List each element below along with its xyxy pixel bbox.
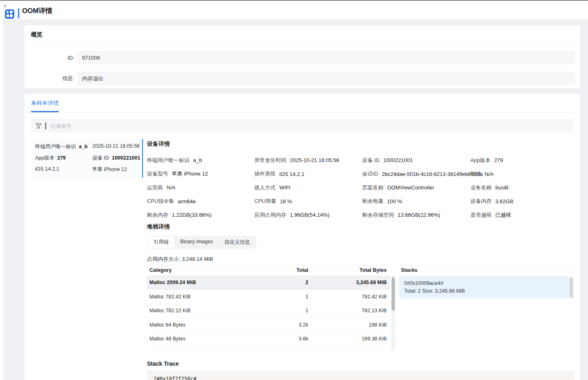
stack-trace-line: 2#0x18f7f258c# — [154, 376, 568, 380]
device-field: 设备内存3.62GB — [470, 195, 575, 209]
device-field: 终端用户唯一标识a_b — [147, 153, 254, 167]
sample-time: 2025-10-21 16:05:56 — [92, 143, 142, 150]
device-field: CPU用量16 % — [254, 195, 362, 209]
table-row[interactable]: Malloc 64 Bytes 3.2k 198 KiB — [147, 318, 390, 332]
filter-input[interactable] — [50, 123, 569, 129]
device-field: 异常发生时间2025-10-21 16:05:56 — [254, 153, 362, 167]
stack-detail-title: 堆栈详情 — [147, 223, 575, 231]
close-icon[interactable]: ✕ — [3, 4, 7, 9]
device-field: CPU指令集arm64e — [147, 195, 254, 209]
collapsed-side-panel — [0, 0, 4, 380]
id-value-field[interactable]: 971008 — [77, 51, 575, 64]
device-field: App版本279 — [470, 153, 575, 167]
sample-body: 终端用户唯一标识 a_b 2025-10-21 16:05:56 App版本 2… — [24, 139, 580, 380]
sample-list-item-selected[interactable]: 终端用户唯一标识 a_b 2025-10-21 16:05:56 App版本 2… — [31, 139, 143, 178]
device-field: 接入方式WIFI — [254, 181, 362, 195]
tab-reference-chain[interactable]: 引用链 — [148, 237, 175, 248]
id-label: ID: — [31, 55, 74, 61]
col-total-bytes: Total Bytes — [308, 267, 390, 273]
filter-divider — [45, 122, 46, 129]
device-field: 剩余存储空间13.66GB(22.96%) — [362, 208, 470, 222]
stack-table-area: Category Total Total Bytes Malloc 2009.2… — [147, 265, 575, 351]
detail-pane: 设备详情 终端用户唯一标识a_b 异常发生时间2025-10-21 16:05:… — [147, 139, 575, 380]
device-detail-title: 设备详情 — [147, 140, 575, 149]
sample-device-id: 设备 ID 1000221001 — [92, 155, 142, 162]
filter-bar[interactable] — [31, 119, 573, 132]
device-field: 业务名称busiB — [470, 181, 575, 195]
stacks-list: 0#0x10009ace4# Total: 2 Size: 3,245.68 M… — [399, 276, 575, 298]
message-label: 信息: — [31, 75, 74, 82]
table-row[interactable]: Malloc 2009.24 MiB 2 3,245.68 MiB — [147, 276, 390, 290]
window-top-border — [0, 0, 588, 1]
sample-model: 苹果 iPhone 12 — [92, 166, 142, 173]
table-row[interactable]: Malloc 48 Bytes 3.6k 169.36 KiB — [147, 332, 390, 347]
table-row[interactable]: Malloc 782.42 KiB 1 782.42 KiB — [147, 290, 390, 304]
category-table: Category Total Total Bytes Malloc 2009.2… — [147, 265, 390, 347]
stack-tabs: 引用链 Binary Images 自定义信息 — [147, 236, 256, 249]
table-row[interactable]: Malloc 782.12 KiB 1 782.13 KiB — [147, 304, 390, 318]
page-title: OOM详情 — [22, 6, 53, 16]
device-field: 会话ID2bc24dae-501b-4c16-8213-38149eb8032a — [362, 167, 470, 181]
filter-funnel-icon — [36, 123, 42, 129]
stack-address: 0#0x10009ace4# — [404, 280, 564, 287]
table-scrollbar-track[interactable] — [391, 276, 395, 351]
sample-os: iOS 14.2.1 — [35, 166, 92, 173]
device-field: 操作系统iOS 14.2.1 — [254, 167, 362, 181]
sample-detail-card: 单样本详情 终端用户唯一标识 a_b 2025-10-21 16:05:56 A… — [24, 94, 580, 380]
overview-field-message: 信息: 内存溢出 — [31, 72, 575, 85]
overview-card: 概览 ID: 971008 信息: 内存溢出 — [24, 25, 580, 88]
stacks-scrollbar-thumb[interactable] — [569, 277, 573, 298]
table-scrollbar-thumb[interactable] — [392, 277, 395, 311]
tab-bar: 单样本详情 — [24, 94, 580, 113]
stack-item-selected[interactable]: 0#0x10009ace4# Total: 2 Size: 3,245.68 M… — [399, 276, 569, 298]
device-field: 剩余电量100 % — [362, 195, 470, 209]
device-field: 地域N/A — [470, 167, 575, 181]
device-field: 页面名称OOMViewController — [362, 181, 470, 195]
tab-binary-images[interactable]: Binary Images — [175, 237, 219, 248]
stacks-panel-title: Stacks — [399, 265, 575, 276]
device-field: 应用占用内存1.96GB(54.14%) — [254, 208, 362, 222]
stack-trace-block[interactable]: 2#0x18f7f258c# 1#0x1803318a0# — [147, 371, 575, 380]
stacks-panel: Stacks 0#0x10009ace4# Total: 2 Size: 3,2… — [399, 265, 575, 298]
stack-summary: Total: 2 Size: 3,245.68 MiB — [404, 287, 564, 295]
device-field: 运营商N/A — [147, 181, 254, 195]
col-category: Category — [147, 267, 247, 273]
device-field: 设备型号苹果 iPhone 12 — [147, 167, 254, 181]
device-field: 是否越狱已越狱 — [470, 208, 575, 222]
device-detail-grid: 终端用户唯一标识a_b 异常发生时间2025-10-21 16:05:56 设备… — [147, 153, 575, 222]
message-value-field[interactable]: 内存溢出 — [77, 72, 575, 85]
device-field: 剩余内存1.22GB(33.66%) — [147, 208, 254, 222]
title-accent-bar — [18, 8, 19, 18]
col-total: Total — [247, 267, 308, 273]
sample-app-version: App版本 279 — [35, 155, 92, 162]
stack-trace-title: Stack Trace — [147, 360, 575, 367]
tab-custom-info[interactable]: 自定义信息 — [218, 237, 256, 248]
memory-size-summary: 占用内存大小: 3,248.14 MiB — [147, 256, 575, 262]
table-header-row: Category Total Total Bytes — [147, 265, 390, 276]
overview-field-id: ID: 971008 — [31, 51, 575, 64]
device-field: 设备 ID1000221001 — [362, 153, 470, 167]
sample-list: 终端用户唯一标识 a_b 2025-10-21 16:05:56 App版本 2… — [31, 139, 143, 380]
overview-title: 概览 — [31, 30, 575, 43]
sample-uid: 终端用户唯一标识 a_b — [35, 143, 92, 150]
app-logo-icon[interactable] — [5, 9, 14, 19]
tab-single-sample-detail[interactable]: 单样本详情 — [31, 94, 59, 112]
page-header: ✕ OOM详情 — [0, 1, 588, 20]
